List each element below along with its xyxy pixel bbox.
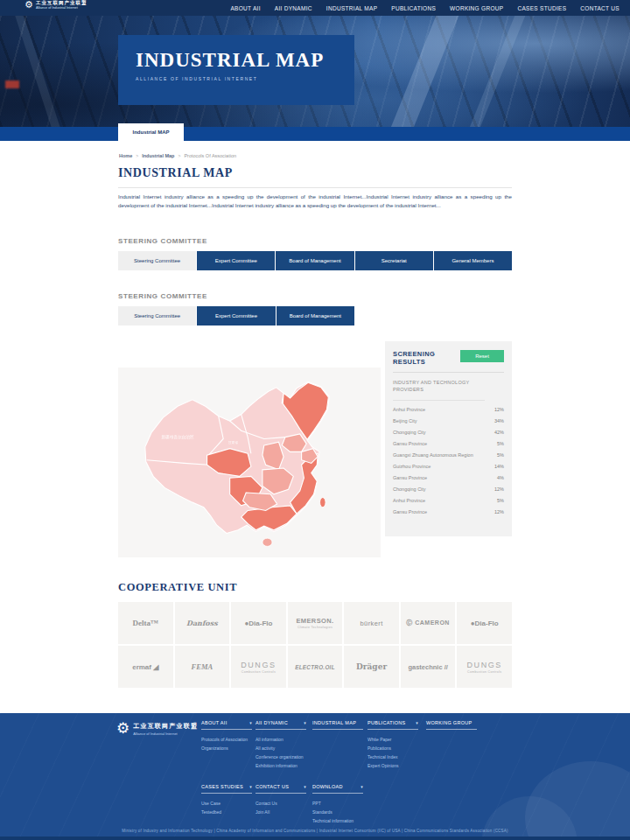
tab-board-of-management-2[interactable]: Board of Management xyxy=(276,306,354,326)
tab-steering-committee-2[interactable]: Steering Committee xyxy=(118,306,196,326)
partner-logo-emerson[interactable]: EMERSON.Climate Technologies xyxy=(288,602,343,644)
reset-button[interactable]: Reset xyxy=(460,350,504,362)
footer-link[interactable]: Organizations xyxy=(201,744,252,752)
province-pct: 5% xyxy=(497,441,504,446)
page-title: INDUSTRIAL MAP xyxy=(118,166,512,188)
chevron-down-icon[interactable]: ▾ xyxy=(304,720,306,725)
partner-logo-gastechnic[interactable]: gastechnic // xyxy=(401,646,456,688)
partner-logo-dia-flo-2[interactable]: ●Dia-Flo xyxy=(457,602,512,644)
partner-logo-electro-oil[interactable]: ELECTRO.OIL xyxy=(288,646,343,688)
partner-logo-dia-flo[interactable]: ●Dia-Flo xyxy=(231,602,286,644)
hero-subtitle: ALLIANCE OF INDUSTRIAL INTERNET xyxy=(136,76,354,81)
breadcrumb-industrial-map[interactable]: Industrial Map xyxy=(142,153,174,158)
screening-row[interactable]: Chongqing City 42% xyxy=(393,426,504,438)
logo-text: FEMA xyxy=(192,662,214,671)
logo-text: ermaf ◢ xyxy=(132,663,158,671)
nav-item-contact-us[interactable]: CONTACT US xyxy=(580,5,620,11)
chevron-down-icon[interactable]: ▾ xyxy=(304,784,306,789)
partner-logo-cameron[interactable]: Ⓒ CAMERON xyxy=(401,602,456,644)
footer-col-title: DOWNLOAD xyxy=(312,784,343,789)
map-region-taiwan[interactable] xyxy=(320,498,326,508)
china-map[interactable]: 新疆维吾尔自治区 甘肃省 xyxy=(127,374,372,551)
province-name: Anhui Province xyxy=(393,407,425,412)
logo-text: Danfoss xyxy=(186,619,218,627)
chevron-down-icon[interactable]: ▾ xyxy=(360,784,363,789)
screening-row[interactable]: Beijing City 34% xyxy=(393,415,504,426)
footer-col-download: DOWNLOAD▾ PPT Standards Technical inform… xyxy=(312,784,363,825)
footer-link[interactable]: Use Case xyxy=(201,799,252,808)
site-logo-en: Alliance of Industrial Internet xyxy=(36,6,88,10)
footer-link[interactable]: Contact Us xyxy=(256,799,306,808)
footer-link[interactable]: Technical information xyxy=(312,816,363,825)
footer-link[interactable]: Expert Opinions xyxy=(368,761,418,770)
chevron-down-icon[interactable]: ▾ xyxy=(416,720,418,725)
site-logo[interactable]: ⚙ 工业互联网产业联盟 Alliance of Industrial Inter… xyxy=(24,0,87,10)
partner-logo-drager[interactable]: Dräger xyxy=(344,646,399,688)
tab-board-of-management[interactable]: Board of Management xyxy=(276,251,354,270)
province-name: Gansu Province xyxy=(393,441,427,446)
province-name: Guangxi Zhuang Autonomous Region xyxy=(393,452,473,458)
province-name: Chongqing City xyxy=(393,430,426,435)
tab-expert-committee-2[interactable]: Expert Committee xyxy=(197,306,275,326)
footer-link[interactable]: Conference organization xyxy=(256,752,306,761)
map-region-hainan[interactable] xyxy=(262,538,272,546)
footer-link[interactable]: Technical Index xyxy=(368,752,418,761)
nav-item-cases-studies[interactable]: CASES STUDIES xyxy=(517,5,566,11)
partner-logo-fema[interactable]: FEMA xyxy=(175,646,230,688)
footer-link[interactable]: All activity xyxy=(256,744,306,752)
footer-link[interactable]: All information xyxy=(256,735,306,744)
footer-col-aii-dynamic: AII DYNAMIC▾ All information All activit… xyxy=(256,720,306,770)
partner-logo-grid: Delta™ Danfoss ●Dia-Flo EMERSON.Climate … xyxy=(118,602,512,688)
section-tab-industrial-map[interactable]: Industrial MAP xyxy=(118,123,184,141)
tab-expert-committee[interactable]: Expert Committee xyxy=(197,251,275,270)
footer-link[interactable]: White Paper xyxy=(368,735,418,744)
footer-link[interactable]: Standards xyxy=(312,808,363,816)
nav-item-industrial-map[interactable]: INDUSTRIAL MAP xyxy=(326,5,378,11)
nav-item-about-aii[interactable]: ABOUT AII xyxy=(230,5,260,11)
footer-link[interactable]: Publications xyxy=(368,744,418,752)
hero-photo-accent xyxy=(5,80,19,88)
breadcrumb-home[interactable]: Home xyxy=(119,153,132,158)
province-pct: 5% xyxy=(497,452,504,458)
screening-row[interactable]: Anhui Province 5% xyxy=(393,494,504,506)
screening-row[interactable]: Gansu Province 12% xyxy=(393,506,504,517)
site-logo-zh: 工业互联网产业联盟 xyxy=(36,0,88,6)
partner-logo-ermaf[interactable]: ermaf ◢ xyxy=(118,646,173,688)
chevron-down-icon[interactable]: ▾ xyxy=(249,720,252,725)
intro-paragraph: Industrial Internet industry alliance as… xyxy=(118,192,512,210)
screening-row[interactable]: Guangxi Zhuang Autonomous Region 5% xyxy=(393,449,504,460)
logo-text: DUNGS xyxy=(466,661,502,669)
main-nav: ABOUT AII AII DYNAMIC INDUSTRIAL MAP PUB… xyxy=(230,0,620,16)
partner-logo-dungs-2[interactable]: DUNGSCombustion Controls xyxy=(457,646,512,688)
partner-logo-dungs[interactable]: DUNGSCombustion Controls xyxy=(231,646,286,688)
screening-row[interactable]: Anhui Province 12% xyxy=(393,403,504,415)
tab-general-members[interactable]: General Members xyxy=(434,251,512,270)
footer-link[interactable]: Protocols of Association xyxy=(201,735,252,744)
chevron-down-icon[interactable]: ▾ xyxy=(249,784,252,789)
nav-item-working-group[interactable]: WORKING GROUP xyxy=(450,5,503,11)
province-pct: 12% xyxy=(494,486,504,492)
partner-logo-burkert[interactable]: bürkert xyxy=(344,602,399,644)
nav-item-aii-dynamic[interactable]: AII DYNAMIC xyxy=(275,5,312,11)
hero-photo-beam xyxy=(383,16,463,127)
screening-row[interactable]: Chongqing City 12% xyxy=(393,483,504,494)
screening-row[interactable]: Gansu Province 4% xyxy=(393,472,504,483)
province-pct: 42% xyxy=(494,430,504,435)
footer-logo[interactable]: ⚙ 工业互联网产业联盟 Alliance of Industrial Inter… xyxy=(116,721,198,736)
map-label-gansu: 甘肃省 xyxy=(228,440,238,444)
province-name: Beijing City xyxy=(393,418,417,424)
footer-link[interactable]: Testedbed xyxy=(201,808,252,816)
screening-row[interactable]: Gansu Province 5% xyxy=(393,438,504,449)
screening-row[interactable]: Guizhou Province 14% xyxy=(393,460,504,472)
footer-link[interactable]: PPT xyxy=(312,799,363,808)
nav-item-publications[interactable]: PUBLICATIONS xyxy=(391,5,436,11)
partner-logo-delta[interactable]: Delta™ xyxy=(118,602,173,644)
tab-steering-committee[interactable]: Steering Committee xyxy=(118,251,196,270)
footer-link[interactable]: Exhibition information xyxy=(256,761,306,770)
logo-text: Ⓒ CAMERON xyxy=(406,619,450,627)
footer-col-about-aii: ABOUT AII▾ Protocols of Association Orga… xyxy=(201,720,252,752)
province-name: Anhui Province xyxy=(393,498,425,503)
footer-link[interactable]: Join AII xyxy=(256,808,306,816)
tab-secretariat[interactable]: Secretariat xyxy=(355,251,433,270)
partner-logo-danfoss[interactable]: Danfoss xyxy=(175,602,230,644)
